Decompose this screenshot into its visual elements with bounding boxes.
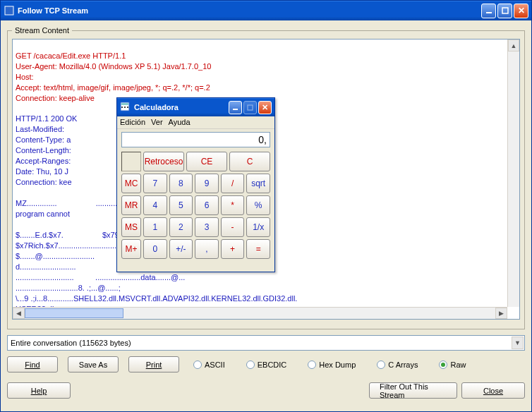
svg-rect-1 <box>486 12 492 13</box>
print-button[interactable]: Print <box>128 356 179 372</box>
calc-mplus-button[interactable]: M+ <box>121 239 141 259</box>
app-icon <box>4 5 15 16</box>
maximize-button[interactable] <box>497 4 512 18</box>
calc-subtract-button[interactable]: - <box>221 217 245 237</box>
window-close-button[interactable]: ✕ <box>514 4 528 18</box>
svg-rect-7 <box>127 107 128 108</box>
calc-6-button[interactable]: 6 <box>195 195 219 215</box>
calc-4-button[interactable]: 4 <box>143 195 167 215</box>
request-text: GET /cacaca/Edit.exe HTTP/1.1 User-Agent… <box>16 52 211 102</box>
calc-0-button[interactable]: 0 <box>143 239 167 259</box>
format-radio-group: ASCII EBCDIC Hex Dump C Arrays Raw <box>193 360 525 369</box>
find-button[interactable]: Find <box>7 356 58 372</box>
radio-ebcdic[interactable]: EBCDIC <box>246 360 287 369</box>
svg-rect-9 <box>248 105 253 110</box>
calc-title: Calculadora <box>134 103 229 111</box>
svg-rect-2 <box>502 8 508 13</box>
calc-decimal-button[interactable]: , <box>195 239 219 259</box>
svg-rect-0 <box>5 6 13 15</box>
scroll-up-icon[interactable]: ▲ <box>508 40 519 52</box>
radio-carrays[interactable]: C Arrays <box>377 360 418 369</box>
calc-backspace-button[interactable]: Retroceso <box>143 152 184 171</box>
vertical-scrollbar[interactable]: ▲ <box>507 40 519 307</box>
calc-5-button[interactable]: 5 <box>169 195 193 215</box>
calc-c-button[interactable]: C <box>229 152 270 171</box>
calc-icon <box>120 102 131 113</box>
minimize-button[interactable] <box>481 4 496 18</box>
scroll-left-icon[interactable]: ◀ <box>13 308 25 319</box>
calc-titlebar[interactable]: Calculadora ✕ <box>117 98 274 116</box>
svg-rect-4 <box>121 103 128 105</box>
calc-mr-button[interactable]: MR <box>121 195 141 215</box>
calc-equals-button[interactable]: = <box>246 239 270 259</box>
calc-menu-ver[interactable]: Ver <box>151 118 163 127</box>
close-button[interactable]: Close <box>461 382 525 399</box>
calc-menu-ayuda[interactable]: Ayuda <box>169 118 191 127</box>
save-as-button[interactable]: Save As <box>68 356 119 372</box>
dropdown-text: Entire conversation (115623 bytes) <box>11 339 131 347</box>
help-button[interactable]: Help <box>7 382 71 399</box>
calc-divide-button[interactable]: / <box>221 174 245 193</box>
calc-7-button[interactable]: 7 <box>143 174 167 193</box>
dropdown-chevron-icon[interactable]: ▼ <box>512 337 524 349</box>
stream-content-legend: Stream Content <box>12 26 72 35</box>
calc-3-button[interactable]: 3 <box>195 217 219 237</box>
calc-sign-button[interactable]: +/- <box>169 239 193 259</box>
calc-add-button[interactable]: + <box>221 239 245 259</box>
calc-memory-indicator <box>121 152 141 171</box>
window-title: Follow TCP Stream <box>18 6 481 15</box>
conversation-dropdown[interactable]: Entire conversation (115623 bytes) ▼ <box>7 335 525 351</box>
calc-inverse-button[interactable]: 1/x <box>246 217 270 237</box>
calculator-window[interactable]: Calculadora ✕ Edición Ver Ayuda 0, Retro… <box>116 97 275 272</box>
calc-mc-button[interactable]: MC <box>121 174 141 193</box>
calc-ce-button[interactable]: CE <box>186 152 227 171</box>
calc-display: 0, <box>121 132 270 147</box>
calc-9-button[interactable]: 9 <box>195 174 219 193</box>
svg-rect-5 <box>121 107 123 108</box>
calc-2-button[interactable]: 2 <box>169 217 193 237</box>
svg-rect-6 <box>124 107 126 108</box>
radio-ascii[interactable]: ASCII <box>193 360 225 369</box>
scroll-right-icon[interactable]: ▶ <box>495 308 507 319</box>
calc-menu-edicion[interactable]: Edición <box>120 118 145 127</box>
calc-sqrt-button[interactable]: sqrt <box>246 174 270 193</box>
calc-multiply-button[interactable]: * <box>221 195 245 215</box>
calc-8-button[interactable]: 8 <box>169 174 193 193</box>
radio-raw[interactable]: Raw <box>439 360 466 369</box>
calc-ms-button[interactable]: MS <box>121 217 141 237</box>
calc-maximize-button[interactable] <box>243 101 257 114</box>
filter-out-button[interactable]: Filter Out This Stream <box>369 382 457 399</box>
calc-minimize-button[interactable] <box>229 101 242 114</box>
titlebar[interactable]: Follow TCP Stream ✕ <box>1 1 531 20</box>
calc-menubar: Edición Ver Ayuda <box>117 116 274 129</box>
radio-hexdump[interactable]: Hex Dump <box>308 360 356 369</box>
calc-percent-button[interactable]: % <box>246 195 270 215</box>
horizontal-scrollbar[interactable]: ◀ ▶ <box>13 307 507 319</box>
svg-rect-8 <box>233 109 238 110</box>
scroll-thumb[interactable] <box>25 308 123 318</box>
calc-close-button[interactable]: ✕ <box>258 101 272 114</box>
calc-1-button[interactable]: 1 <box>143 217 167 237</box>
